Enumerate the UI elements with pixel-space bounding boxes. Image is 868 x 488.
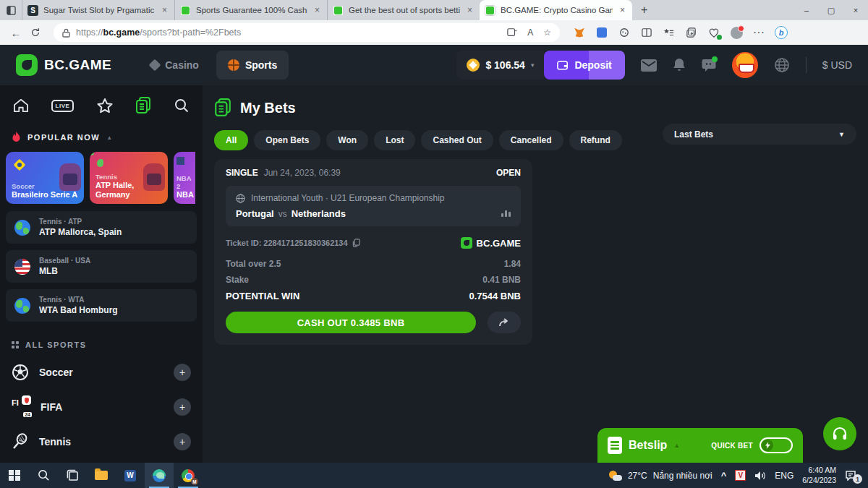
stake-value: 0.41 BNB — [482, 275, 521, 285]
clock[interactable]: 6:40 AM 6/24/2023 — [802, 466, 836, 485]
weather-widget[interactable]: 27°C Nắng nhiều nơi — [609, 471, 712, 481]
quick-bet-toggle[interactable] — [760, 437, 793, 453]
filter-cashed-out[interactable]: Cashed Out — [421, 130, 493, 150]
live-icon[interactable]: LIVE — [51, 100, 75, 112]
tab-close-icon[interactable]: × — [465, 5, 475, 15]
metamask-extension-icon[interactable] — [573, 26, 586, 39]
sport-item-soccer[interactable]: Soccer + — [0, 355, 203, 390]
window-close-button[interactable]: × — [843, 0, 868, 20]
filter-lost[interactable]: Lost — [374, 130, 415, 150]
stats-icon[interactable] — [501, 210, 511, 217]
cookie-extension-icon[interactable] — [618, 26, 631, 39]
tab-actions-icon[interactable] — [0, 6, 22, 15]
tray-expand-icon[interactable]: ^ — [721, 470, 727, 481]
back-icon[interactable]: ← — [7, 27, 25, 39]
filter-all[interactable]: All — [214, 130, 248, 150]
file-explorer-icon[interactable] — [87, 463, 116, 488]
nav-casino[interactable]: Casino — [139, 51, 210, 80]
browser-tab-2[interactable]: Sports Guarantee 100% Cashbac × — [174, 0, 327, 20]
league-item-atp-mallorca[interactable]: Tennis · ATP ATP Mallorca, Spain — [6, 211, 197, 244]
notifications-bell-icon[interactable] — [673, 58, 686, 72]
chrome-taskbar-icon[interactable]: M — [174, 463, 203, 488]
my-bets-icon[interactable] — [135, 97, 151, 114]
volume-icon[interactable] — [754, 471, 766, 481]
expand-plus-button[interactable]: + — [174, 398, 191, 416]
home-icon[interactable] — [13, 98, 29, 113]
league-item-mlb[interactable]: Baseball · USA MLB — [6, 250, 197, 283]
globe-wire-icon — [236, 194, 245, 203]
language-indicator[interactable]: ENG — [775, 471, 793, 481]
bnb-coin-icon — [467, 59, 480, 72]
cursor-extension-icon[interactable] — [595, 26, 608, 39]
flame-icon — [12, 132, 21, 143]
taskbar-search-icon[interactable] — [29, 463, 58, 488]
window-maximize-button[interactable]: ▢ — [819, 0, 843, 20]
url-field[interactable]: https://bc.game/sports?bt-path=%2Fbets A… — [54, 23, 560, 42]
tray-v-app-icon[interactable]: V — [735, 470, 746, 481]
tab-close-icon[interactable]: × — [618, 5, 627, 15]
split-screen-icon[interactable] — [640, 26, 653, 39]
lock-icon[interactable] — [62, 28, 70, 38]
bing-chat-icon[interactable]: b — [775, 26, 788, 39]
lightning-icon — [762, 440, 773, 451]
collections-icon[interactable] — [685, 26, 698, 39]
expand-plus-button[interactable]: + — [174, 364, 191, 381]
bcgame-logo[interactable]: BC.GAME — [16, 54, 111, 76]
favorites-list-icon[interactable] — [663, 26, 676, 39]
bet-type: SINGLE — [226, 168, 258, 178]
support-button[interactable] — [823, 417, 856, 450]
split-window-icon[interactable] — [507, 27, 517, 38]
copy-icon[interactable] — [352, 239, 360, 247]
browser-tab-4-active[interactable]: BC.GAME: Crypto Casino Games × — [480, 0, 632, 20]
basketball-icon — [228, 59, 239, 71]
sport-item-fifa[interactable]: FI 24 FIFA + — [0, 390, 203, 424]
browser-tab-3[interactable]: Get the best out of sports bettin × — [327, 0, 480, 20]
filter-cancelled[interactable]: Cancelled — [499, 130, 563, 150]
match-panel[interactable]: International Youth · U21 European Champ… — [226, 186, 521, 226]
profile-avatar-icon[interactable] — [730, 26, 743, 39]
currency-selector[interactable]: $ USD — [822, 59, 852, 71]
deposit-button[interactable]: Deposit — [544, 51, 624, 80]
start-button[interactable] — [0, 463, 29, 488]
language-globe-icon[interactable] — [774, 57, 790, 73]
edge-taskbar-icon[interactable] — [145, 463, 174, 488]
sort-dropdown[interactable]: Last Bets ▼ — [663, 124, 856, 145]
user-avatar[interactable] — [732, 52, 758, 78]
tab-close-icon[interactable]: × — [312, 5, 322, 15]
window-minimize-button[interactable]: – — [794, 0, 819, 20]
refresh-icon[interactable] — [30, 27, 48, 38]
tab-close-icon[interactable]: × — [160, 5, 169, 15]
task-view-icon[interactable] — [58, 463, 87, 488]
globe-icon — [14, 298, 30, 314]
weather-text: Nắng nhiều nơi — [653, 471, 712, 481]
popular-card-atp-halle[interactable]: Tennis ATP Halle, Germany — [90, 152, 168, 204]
search-icon[interactable] — [174, 98, 190, 114]
word-icon[interactable]: W — [116, 463, 145, 488]
betslip-bar[interactable]: Betslip ▲ QUICK BET — [597, 428, 803, 463]
chat-icon[interactable] — [702, 59, 716, 72]
site-header: BC.GAME Casino Sports $ 106.54 ▾ Deposit — [0, 45, 868, 85]
ticket-id: Ticket ID: 2284171251830362134 — [226, 239, 348, 247]
notification-center-icon[interactable]: 1 — [845, 470, 861, 481]
filter-won[interactable]: Won — [326, 130, 368, 150]
share-button[interactable] — [488, 312, 521, 333]
browser-essentials-icon[interactable] — [707, 26, 720, 39]
popular-now-header[interactable]: POPULAR NOW ▲ — [0, 123, 203, 149]
sport-item-tennis[interactable]: Tennis + — [0, 424, 203, 459]
browser-tab-1[interactable]: S Sugar Twist Slot by Prgamatic Pla × — [22, 0, 174, 20]
expand-plus-button[interactable]: + — [174, 433, 191, 450]
filter-refund[interactable]: Refund — [569, 130, 622, 150]
popular-card-nba[interactable]: NBA 2 NBA — [174, 152, 195, 204]
read-aloud-icon[interactable]: A — [527, 27, 533, 38]
popular-card-brasileiro[interactable]: Soccer Brasileiro Serie A — [6, 152, 84, 204]
mail-icon[interactable] — [641, 59, 657, 72]
new-tab-button[interactable]: + — [632, 4, 656, 17]
favorite-star-icon[interactable]: ☆ — [543, 27, 551, 38]
wallet-balance[interactable]: $ 106.54 ▾ — [456, 51, 544, 80]
settings-more-icon[interactable]: ··· — [752, 26, 765, 39]
favorites-star-icon[interactable] — [96, 98, 114, 114]
cash-out-button[interactable]: CASH OUT 0.3485 BNB — [226, 312, 476, 333]
league-item-wta-bad-homburg[interactable]: Tennis · WTA WTA Bad Homburg — [6, 289, 197, 322]
filter-open-bets[interactable]: Open Bets — [254, 130, 320, 150]
nav-sports[interactable]: Sports — [216, 51, 289, 80]
